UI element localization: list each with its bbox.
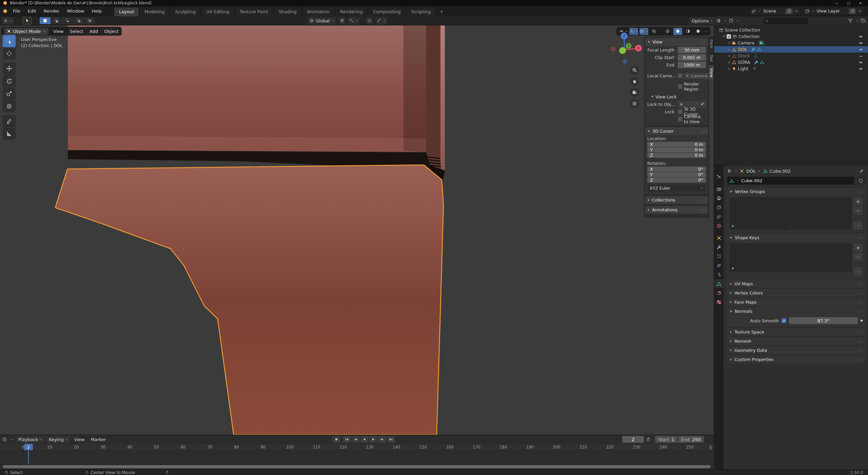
tab-layout[interactable]: Layout xyxy=(114,7,139,16)
remove-view-layer-icon[interactable] xyxy=(857,9,862,14)
playhead-frame-pill[interactable]: 2 xyxy=(24,444,33,450)
timeline-scrollbar[interactable] xyxy=(0,464,714,470)
scrollbar-thumb[interactable] xyxy=(3,465,711,468)
outliner-search-input[interactable] xyxy=(764,18,808,24)
tool-transform[interactable] xyxy=(3,100,16,112)
n-panel-tab-view[interactable]: View xyxy=(709,65,714,80)
properties-tab-view-layer[interactable] xyxy=(714,203,724,212)
view-layer-selector[interactable]: View Layer xyxy=(803,7,864,15)
tab-compositing[interactable]: Compositing xyxy=(368,7,406,16)
breadcrumb-object[interactable]: DÓŁ xyxy=(746,169,756,174)
visibility-toggle[interactable] xyxy=(859,54,863,59)
tab-animation[interactable]: Animation xyxy=(302,7,335,16)
menu-render[interactable]: Render xyxy=(40,7,63,15)
timeline-tracks[interactable] xyxy=(0,451,714,464)
texture-space-header[interactable]: Texture Space:::: xyxy=(727,328,865,336)
editor-type-outliner-icon[interactable] xyxy=(716,18,721,23)
active-tool-button[interactable] xyxy=(23,17,32,24)
tool-measure[interactable] xyxy=(3,128,16,140)
keyframe-dot-icon[interactable] xyxy=(861,320,863,322)
vertex-groups-header[interactable]: Vertex Groups :::: xyxy=(727,188,865,195)
timeline-ruler[interactable]: ❮ 01020304050607080901001101201301401501… xyxy=(0,444,714,451)
camera-view-button[interactable] xyxy=(630,88,639,97)
shading-options-chevron[interactable] xyxy=(705,30,708,33)
uv-maps-header[interactable]: UV Maps:::: xyxy=(727,280,865,288)
local-camera-checkbox[interactable] xyxy=(678,73,683,78)
fake-user-button[interactable] xyxy=(856,177,865,185)
focal-length-field[interactable]: 50 mm xyxy=(678,47,706,53)
properties-tab-tool[interactable] xyxy=(714,172,724,181)
record-button[interactable] xyxy=(332,436,340,443)
maximize-button[interactable]: ▢ xyxy=(847,1,850,5)
cursor-location-y-field[interactable]: Y0 m xyxy=(647,147,706,152)
visibility-toggle[interactable] xyxy=(859,41,863,46)
snap-settings[interactable] xyxy=(348,17,360,24)
disclosure-triangle-icon[interactable] xyxy=(728,68,730,70)
lock-to-cursor-checkbox[interactable] xyxy=(678,109,683,114)
properties-tab-scene[interactable] xyxy=(714,212,724,221)
tab-sculpting[interactable]: Sculpting xyxy=(170,7,201,16)
tab-scripting[interactable]: Scripting xyxy=(406,7,436,16)
new-scene-button[interactable] xyxy=(785,8,793,14)
select-mode-invert[interactable] xyxy=(73,17,84,24)
rotation-mode-select[interactable]: XYZ Euler xyxy=(647,185,706,191)
properties-tab-physics[interactable] xyxy=(714,261,724,270)
view-panel-header[interactable]: View :::: xyxy=(645,38,708,46)
clip-start-field[interactable]: 0.001 m xyxy=(678,54,706,61)
render-region-checkbox[interactable] xyxy=(678,84,683,89)
clip-end-field[interactable]: 1000 m xyxy=(678,62,706,68)
jump-to-end-button[interactable] xyxy=(387,436,395,443)
jump-to-start-button[interactable] xyxy=(343,436,351,443)
proportional-editing-toggle[interactable] xyxy=(366,17,373,24)
play-button[interactable] xyxy=(369,436,377,443)
minimize-button[interactable]: — xyxy=(835,1,838,5)
viewport-menu-object[interactable]: Object xyxy=(103,29,119,34)
tab-modeling[interactable]: Modeling xyxy=(139,7,170,16)
geometry-data-header[interactable]: Geometry Data:::: xyxy=(727,346,865,354)
editor-type-timeline-icon[interactable] xyxy=(2,437,7,442)
cursor-location-z-field[interactable]: Z0 m xyxy=(647,153,706,158)
resize-handle-icon[interactable]: ▶ xyxy=(732,266,734,270)
tool-rotate[interactable] xyxy=(3,75,16,87)
remove-vertex-group-button[interactable]: − xyxy=(853,207,863,215)
shape-keys-header[interactable]: Shape Keys :::: xyxy=(727,234,865,242)
next-keyframe-button[interactable] xyxy=(378,436,386,443)
timeline-menu-keying[interactable]: Keying xyxy=(46,436,70,443)
close-button[interactable]: ✕ xyxy=(859,1,862,5)
outliner-row-glock[interactable]: Glock xyxy=(714,53,868,59)
shape-key-specials-button[interactable] xyxy=(853,268,863,276)
toggle-perspective-button[interactable] xyxy=(630,99,639,108)
tab-shading[interactable]: Shading xyxy=(274,7,302,16)
remesh-header[interactable]: Remesh:::: xyxy=(727,337,865,345)
menu-window[interactable]: Window xyxy=(63,7,87,15)
tool-select-box[interactable] xyxy=(3,35,16,47)
tool-cursor[interactable] xyxy=(3,48,16,60)
select-mode-subtract[interactable] xyxy=(62,17,73,24)
properties-tab-output[interactable] xyxy=(714,194,724,203)
frame-start-field[interactable]: Start1 xyxy=(655,436,677,443)
pan-button[interactable] xyxy=(630,77,639,86)
camera-to-view-checkbox[interactable] xyxy=(678,117,683,121)
custom-properties-header[interactable]: Custom Properties:::: xyxy=(727,356,865,363)
menu-edit[interactable]: Edit xyxy=(24,7,40,15)
zoom-button[interactable] xyxy=(630,65,639,75)
cursor-rotation-x-field[interactable]: X0° xyxy=(647,167,706,172)
add-shape-key-button[interactable]: + xyxy=(853,244,863,252)
transform-orientation-select[interactable]: Global xyxy=(308,17,336,24)
breadcrumb-data[interactable]: Cube.002 xyxy=(770,169,791,174)
list-grip-icon[interactable]: :::: xyxy=(788,225,793,228)
select-mode-intersect[interactable] xyxy=(84,17,95,24)
outliner-row-dół[interactable]: DÓŁ xyxy=(714,46,868,53)
proportional-falloff-select[interactable] xyxy=(375,17,387,24)
display-mode-icon[interactable] xyxy=(729,18,733,23)
outliner-row-collection[interactable]: Collection xyxy=(714,33,868,40)
visibility-toggle[interactable] xyxy=(859,34,863,40)
disclosure-triangle-icon[interactable] xyxy=(728,55,730,57)
cursor-rotation-y-field[interactable]: Y0° xyxy=(647,172,706,177)
properties-tab-particles[interactable] xyxy=(714,252,724,261)
outliner-row-root[interactable]: Scene Collection xyxy=(714,27,868,33)
vertex-colors-header[interactable]: Vertex Colors:::: xyxy=(727,289,865,297)
select-mode-new[interactable] xyxy=(40,17,51,24)
eyedropper-icon[interactable] xyxy=(700,102,704,106)
current-frame-field[interactable]: 2 xyxy=(622,436,644,443)
